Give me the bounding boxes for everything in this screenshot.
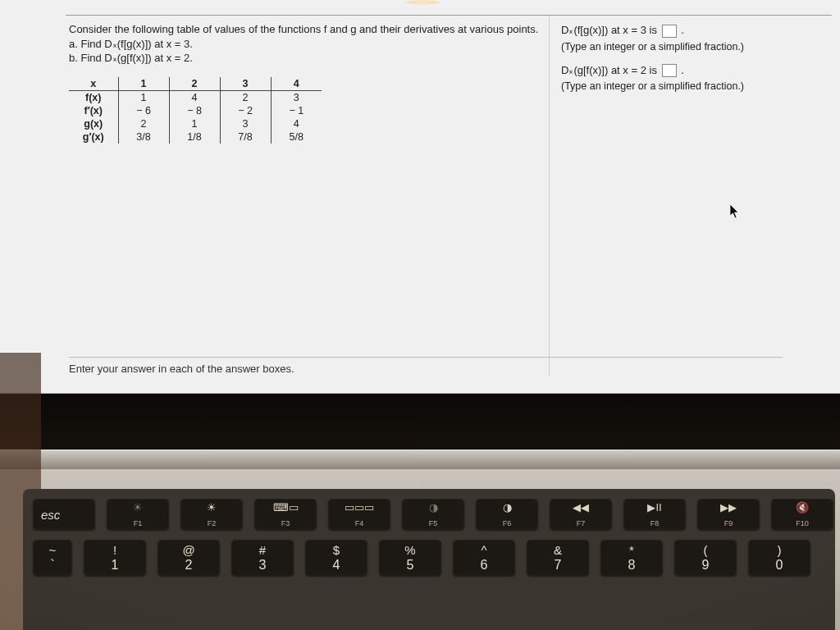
key-5: %5: [379, 540, 441, 576]
key-2: @2: [158, 540, 220, 576]
question-panel: Consider the following table of values o…: [66, 15, 832, 377]
keyboard-fn-row: esc ☀F1 ☀F2 ⌨▭F3 ▭▭▭F4 ◑F5 ◑F6 ◀◀F7 ▶IIF…: [33, 499, 825, 530]
values-table: x 1 2 3 4 f(x) 1 4 2 3 f′(x) − 6 − 8: [69, 77, 322, 144]
problem-part-b: b. Find Dₓ(g[f(x)]) at x = 2.: [69, 51, 541, 66]
cell: − 6: [118, 104, 169, 117]
camera-glare: [402, 0, 443, 5]
th-x: x: [69, 77, 118, 91]
cell: 4: [169, 90, 220, 104]
th-2: 2: [169, 77, 220, 91]
cell: 2: [220, 90, 271, 104]
answer-right-column: Dₓ(f[g(x)]) at x = 3 is . (Type an integ…: [550, 16, 832, 377]
cell: 1/8: [169, 130, 220, 144]
cell: 3: [271, 90, 322, 104]
answer2-input[interactable]: [662, 64, 677, 77]
key-0: )0: [748, 540, 810, 576]
key-9: (9: [674, 540, 737, 576]
key-esc: esc: [33, 499, 95, 530]
cell: − 2: [220, 104, 271, 117]
table-row: f′(x) − 6 − 8 − 2 − 1: [69, 104, 322, 117]
cell: 3: [220, 117, 271, 130]
screen-area: Consider the following table of values o…: [0, 0, 840, 394]
cell: 3/8: [118, 130, 169, 144]
key-1: !1: [84, 540, 146, 576]
key-7: &7: [527, 540, 589, 576]
table-row: f(x) 1 4 2 3: [69, 90, 322, 104]
row-label: f′(x): [69, 104, 118, 117]
key-f1: ☀F1: [107, 499, 169, 530]
key-f10: 🔇F10: [771, 499, 833, 530]
problem-intro: Consider the following table of values o…: [69, 22, 541, 37]
cell: 1: [169, 117, 220, 130]
laptop-bezel: [0, 394, 840, 451]
table-row: g′(x) 3/8 1/8 7/8 5/8: [69, 130, 322, 144]
key-f8: ▶IIF8: [623, 499, 686, 530]
answer1-hint: (Type an integer or a simplified fractio…: [561, 41, 827, 52]
keyboard-number-row: ~` !1 @2 #3 $4 %5 ^6 &7 *8 (9 )0: [33, 540, 825, 576]
cell: 1: [118, 90, 169, 104]
keyboard: esc ☀F1 ☀F2 ⌨▭F3 ▭▭▭F4 ◑F5 ◑F6 ◀◀F7 ▶IIF…: [23, 489, 835, 630]
key-6: ^6: [453, 540, 515, 576]
row-label: g(x): [69, 117, 118, 130]
answer2-hint: (Type an integer or a simplified fractio…: [561, 80, 827, 92]
cell: 2: [118, 117, 169, 130]
problem-part-a: a. Find Dₓ(f[g(x)]) at x = 3.: [69, 37, 541, 52]
key-3: #3: [231, 540, 294, 576]
key-tilde: ~`: [33, 540, 72, 576]
table-header-row: x 1 2 3 4: [69, 77, 322, 91]
key-f9: ▶▶F9: [697, 499, 760, 530]
row-label: f(x): [69, 90, 118, 104]
answer2-post: .: [681, 64, 684, 76]
answer1-pre: Dₓ(f[g(x)]) at x = 3 is: [561, 24, 660, 36]
cell: 5/8: [271, 130, 322, 144]
answer-line-2: Dₓ(g[f(x)]) at x = 2 is .: [561, 62, 827, 79]
table-row: g(x) 2 1 3 4: [69, 117, 322, 130]
row-label: g′(x): [69, 130, 118, 144]
th-4: 4: [271, 77, 322, 91]
answer1-input[interactable]: [662, 25, 677, 38]
answer-line-1: Dₓ(f[g(x)]) at x = 3 is .: [561, 22, 827, 39]
question-left-column: Consider the following table of values o…: [66, 16, 550, 377]
key-f3: ⌨▭F3: [254, 499, 317, 530]
cell: − 1: [271, 104, 322, 117]
problem-statement: Consider the following table of values o…: [69, 22, 541, 66]
th-3: 3: [220, 77, 271, 91]
cell: 7/8: [220, 130, 271, 144]
key-f6: ◑F6: [476, 499, 538, 530]
key-f4: ▭▭▭F4: [328, 499, 390, 530]
key-8: *8: [600, 540, 663, 576]
answer1-post: .: [681, 24, 684, 36]
key-f7: ◀◀F7: [550, 499, 612, 530]
key-f2: ☀F2: [180, 499, 243, 530]
th-1: 1: [118, 77, 169, 91]
key-4: $4: [305, 540, 368, 576]
key-f5: ◑F5: [402, 499, 464, 530]
laptop-hinge: [0, 450, 840, 469]
mouse-cursor-icon: [730, 204, 740, 219]
answer2-pre: Dₓ(g[f(x)]) at x = 2 is: [561, 64, 660, 76]
cell: 4: [271, 117, 322, 130]
cell: − 8: [169, 104, 220, 117]
